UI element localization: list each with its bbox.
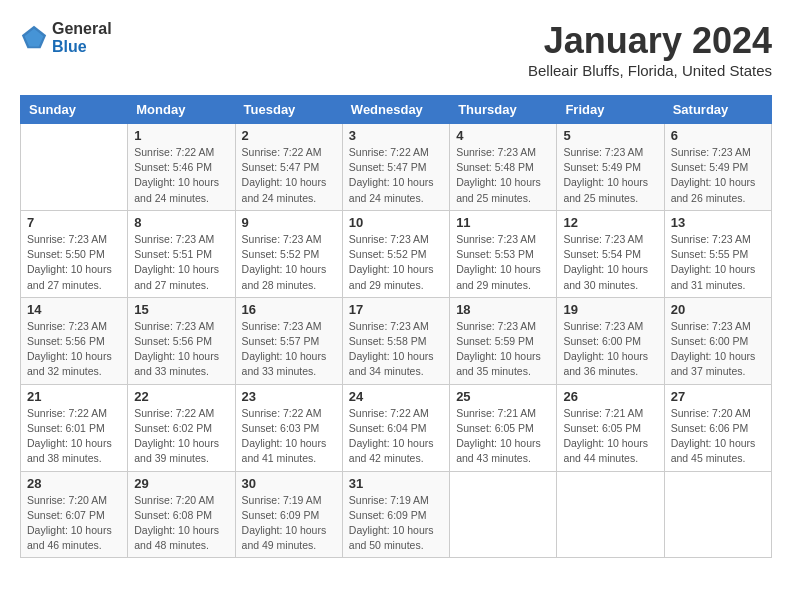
calendar-day-cell xyxy=(557,471,664,558)
calendar-day-cell: 30Sunrise: 7:19 AM Sunset: 6:09 PM Dayli… xyxy=(235,471,342,558)
day-info: Sunrise: 7:22 AM Sunset: 6:02 PM Dayligh… xyxy=(134,406,228,467)
day-number: 17 xyxy=(349,302,443,317)
day-info: Sunrise: 7:19 AM Sunset: 6:09 PM Dayligh… xyxy=(242,493,336,554)
day-info: Sunrise: 7:23 AM Sunset: 5:53 PM Dayligh… xyxy=(456,232,550,293)
calendar-week-row: 1Sunrise: 7:22 AM Sunset: 5:46 PM Daylig… xyxy=(21,124,772,211)
day-number: 24 xyxy=(349,389,443,404)
calendar-day-cell: 19Sunrise: 7:23 AM Sunset: 6:00 PM Dayli… xyxy=(557,297,664,384)
calendar-day-cell: 7Sunrise: 7:23 AM Sunset: 5:50 PM Daylig… xyxy=(21,210,128,297)
calendar-title: January 2024 xyxy=(528,20,772,62)
title-block: January 2024 Belleair Bluffs, Florida, U… xyxy=(528,20,772,79)
day-info: Sunrise: 7:23 AM Sunset: 5:49 PM Dayligh… xyxy=(671,145,765,206)
day-info: Sunrise: 7:23 AM Sunset: 5:59 PM Dayligh… xyxy=(456,319,550,380)
day-number: 10 xyxy=(349,215,443,230)
day-info: Sunrise: 7:23 AM Sunset: 5:51 PM Dayligh… xyxy=(134,232,228,293)
calendar-day-cell xyxy=(664,471,771,558)
calendar-day-cell xyxy=(21,124,128,211)
calendar-day-cell: 11Sunrise: 7:23 AM Sunset: 5:53 PM Dayli… xyxy=(450,210,557,297)
calendar-day-cell: 20Sunrise: 7:23 AM Sunset: 6:00 PM Dayli… xyxy=(664,297,771,384)
calendar-day-cell: 25Sunrise: 7:21 AM Sunset: 6:05 PM Dayli… xyxy=(450,384,557,471)
day-info: Sunrise: 7:23 AM Sunset: 5:52 PM Dayligh… xyxy=(242,232,336,293)
calendar-day-cell: 6Sunrise: 7:23 AM Sunset: 5:49 PM Daylig… xyxy=(664,124,771,211)
calendar-day-cell: 10Sunrise: 7:23 AM Sunset: 5:52 PM Dayli… xyxy=(342,210,449,297)
calendar-day-cell: 17Sunrise: 7:23 AM Sunset: 5:58 PM Dayli… xyxy=(342,297,449,384)
day-number: 8 xyxy=(134,215,228,230)
calendar-day-cell: 2Sunrise: 7:22 AM Sunset: 5:47 PM Daylig… xyxy=(235,124,342,211)
logo-icon xyxy=(20,24,48,52)
day-number: 6 xyxy=(671,128,765,143)
calendar-day-cell: 5Sunrise: 7:23 AM Sunset: 5:49 PM Daylig… xyxy=(557,124,664,211)
day-number: 18 xyxy=(456,302,550,317)
day-info: Sunrise: 7:19 AM Sunset: 6:09 PM Dayligh… xyxy=(349,493,443,554)
day-number: 19 xyxy=(563,302,657,317)
calendar-table: SundayMondayTuesdayWednesdayThursdayFrid… xyxy=(20,95,772,558)
calendar-day-cell: 12Sunrise: 7:23 AM Sunset: 5:54 PM Dayli… xyxy=(557,210,664,297)
calendar-day-cell: 4Sunrise: 7:23 AM Sunset: 5:48 PM Daylig… xyxy=(450,124,557,211)
page-header: General Blue January 2024 Belleair Bluff… xyxy=(20,20,772,79)
calendar-day-cell: 3Sunrise: 7:22 AM Sunset: 5:47 PM Daylig… xyxy=(342,124,449,211)
day-of-week-header: Saturday xyxy=(664,96,771,124)
day-number: 14 xyxy=(27,302,121,317)
day-number: 1 xyxy=(134,128,228,143)
logo-blue-text: Blue xyxy=(52,38,112,56)
calendar-day-cell: 26Sunrise: 7:21 AM Sunset: 6:05 PM Dayli… xyxy=(557,384,664,471)
calendar-day-cell: 24Sunrise: 7:22 AM Sunset: 6:04 PM Dayli… xyxy=(342,384,449,471)
day-number: 9 xyxy=(242,215,336,230)
day-info: Sunrise: 7:23 AM Sunset: 5:55 PM Dayligh… xyxy=(671,232,765,293)
day-number: 20 xyxy=(671,302,765,317)
day-info: Sunrise: 7:23 AM Sunset: 5:57 PM Dayligh… xyxy=(242,319,336,380)
calendar-subtitle: Belleair Bluffs, Florida, United States xyxy=(528,62,772,79)
day-info: Sunrise: 7:23 AM Sunset: 5:48 PM Dayligh… xyxy=(456,145,550,206)
day-info: Sunrise: 7:23 AM Sunset: 5:56 PM Dayligh… xyxy=(27,319,121,380)
day-number: 11 xyxy=(456,215,550,230)
day-number: 23 xyxy=(242,389,336,404)
calendar-day-cell: 15Sunrise: 7:23 AM Sunset: 5:56 PM Dayli… xyxy=(128,297,235,384)
day-number: 28 xyxy=(27,476,121,491)
day-of-week-header: Sunday xyxy=(21,96,128,124)
calendar-day-cell: 28Sunrise: 7:20 AM Sunset: 6:07 PM Dayli… xyxy=(21,471,128,558)
day-number: 2 xyxy=(242,128,336,143)
day-info: Sunrise: 7:22 AM Sunset: 5:47 PM Dayligh… xyxy=(242,145,336,206)
day-info: Sunrise: 7:23 AM Sunset: 5:54 PM Dayligh… xyxy=(563,232,657,293)
calendar-day-cell: 29Sunrise: 7:20 AM Sunset: 6:08 PM Dayli… xyxy=(128,471,235,558)
calendar-day-cell: 13Sunrise: 7:23 AM Sunset: 5:55 PM Dayli… xyxy=(664,210,771,297)
day-number: 31 xyxy=(349,476,443,491)
day-info: Sunrise: 7:22 AM Sunset: 6:04 PM Dayligh… xyxy=(349,406,443,467)
day-number: 29 xyxy=(134,476,228,491)
day-info: Sunrise: 7:23 AM Sunset: 6:00 PM Dayligh… xyxy=(671,319,765,380)
day-number: 7 xyxy=(27,215,121,230)
day-number: 27 xyxy=(671,389,765,404)
day-info: Sunrise: 7:20 AM Sunset: 6:08 PM Dayligh… xyxy=(134,493,228,554)
day-info: Sunrise: 7:20 AM Sunset: 6:07 PM Dayligh… xyxy=(27,493,121,554)
day-info: Sunrise: 7:23 AM Sunset: 5:52 PM Dayligh… xyxy=(349,232,443,293)
calendar-week-row: 21Sunrise: 7:22 AM Sunset: 6:01 PM Dayli… xyxy=(21,384,772,471)
calendar-day-cell: 23Sunrise: 7:22 AM Sunset: 6:03 PM Dayli… xyxy=(235,384,342,471)
day-info: Sunrise: 7:23 AM Sunset: 5:58 PM Dayligh… xyxy=(349,319,443,380)
calendar-week-row: 28Sunrise: 7:20 AM Sunset: 6:07 PM Dayli… xyxy=(21,471,772,558)
calendar-day-cell: 9Sunrise: 7:23 AM Sunset: 5:52 PM Daylig… xyxy=(235,210,342,297)
day-of-week-header: Tuesday xyxy=(235,96,342,124)
day-number: 16 xyxy=(242,302,336,317)
day-number: 5 xyxy=(563,128,657,143)
day-number: 22 xyxy=(134,389,228,404)
calendar-day-cell: 21Sunrise: 7:22 AM Sunset: 6:01 PM Dayli… xyxy=(21,384,128,471)
day-info: Sunrise: 7:22 AM Sunset: 6:01 PM Dayligh… xyxy=(27,406,121,467)
calendar-day-cell: 16Sunrise: 7:23 AM Sunset: 5:57 PM Dayli… xyxy=(235,297,342,384)
calendar-day-cell: 27Sunrise: 7:20 AM Sunset: 6:06 PM Dayli… xyxy=(664,384,771,471)
calendar-day-cell xyxy=(450,471,557,558)
calendar-day-cell: 31Sunrise: 7:19 AM Sunset: 6:09 PM Dayli… xyxy=(342,471,449,558)
day-info: Sunrise: 7:23 AM Sunset: 6:00 PM Dayligh… xyxy=(563,319,657,380)
day-info: Sunrise: 7:20 AM Sunset: 6:06 PM Dayligh… xyxy=(671,406,765,467)
day-info: Sunrise: 7:21 AM Sunset: 6:05 PM Dayligh… xyxy=(456,406,550,467)
calendar-day-cell: 8Sunrise: 7:23 AM Sunset: 5:51 PM Daylig… xyxy=(128,210,235,297)
day-number: 26 xyxy=(563,389,657,404)
day-number: 30 xyxy=(242,476,336,491)
day-number: 4 xyxy=(456,128,550,143)
calendar-week-row: 7Sunrise: 7:23 AM Sunset: 5:50 PM Daylig… xyxy=(21,210,772,297)
day-number: 3 xyxy=(349,128,443,143)
calendar-day-cell: 18Sunrise: 7:23 AM Sunset: 5:59 PM Dayli… xyxy=(450,297,557,384)
calendar-day-cell: 22Sunrise: 7:22 AM Sunset: 6:02 PM Dayli… xyxy=(128,384,235,471)
day-of-week-header: Thursday xyxy=(450,96,557,124)
day-number: 13 xyxy=(671,215,765,230)
day-number: 25 xyxy=(456,389,550,404)
